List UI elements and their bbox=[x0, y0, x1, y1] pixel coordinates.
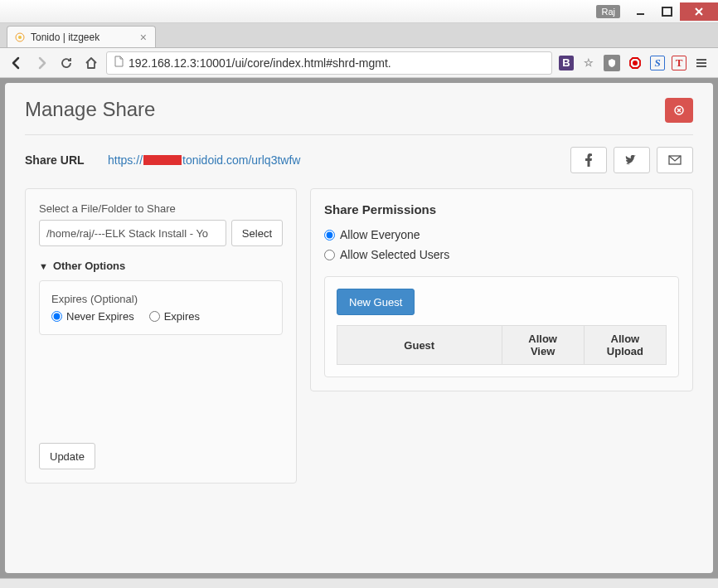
radio-allow-selected-input[interactable] bbox=[324, 250, 335, 260]
tab-bar: Tonido | itzgeek × bbox=[0, 23, 718, 48]
url-text: 192.168.12.3:10001/ui/core/index.html#sh… bbox=[129, 56, 391, 70]
tab-close-icon[interactable]: × bbox=[138, 31, 148, 44]
radio-allow-selected[interactable]: Allow Selected Users bbox=[324, 248, 679, 261]
radio-never-expires-input[interactable] bbox=[51, 311, 62, 322]
new-guest-button[interactable]: New Guest bbox=[337, 289, 415, 315]
th-allow-upload: AllowUpload bbox=[584, 326, 666, 365]
radio-allow-everyone[interactable]: Allow Everyone bbox=[324, 228, 679, 241]
tab-title: Tonido | itzgeek bbox=[31, 32, 138, 43]
file-select-label: Select a File/Folder to Share bbox=[39, 202, 283, 215]
file-path-input[interactable] bbox=[39, 220, 226, 246]
facebook-icon bbox=[585, 153, 593, 167]
share-twitter-button[interactable] bbox=[614, 147, 650, 173]
share-permissions-panel: Share Permissions Allow Everyone Allow S… bbox=[310, 188, 693, 391]
nav-reload-button[interactable] bbox=[56, 53, 76, 73]
window-close-button[interactable] bbox=[680, 2, 718, 21]
update-button[interactable]: Update bbox=[39, 443, 95, 469]
page-title: Manage Share bbox=[25, 98, 155, 121]
close-dialog-button[interactable] bbox=[665, 98, 693, 123]
page-content: Manage Share Share URL https://tonidoid.… bbox=[5, 83, 713, 573]
browser-menu-button[interactable] bbox=[691, 53, 711, 73]
ext-shield-icon[interactable] bbox=[604, 55, 620, 71]
window-minimize-button[interactable] bbox=[627, 2, 653, 21]
share-facebook-button[interactable] bbox=[570, 147, 607, 173]
taskbar bbox=[0, 578, 718, 588]
chevron-down-icon: ▼ bbox=[39, 261, 48, 271]
address-bar: 192.168.12.3:10001/ui/core/index.html#sh… bbox=[0, 48, 718, 78]
bookmark-star-icon[interactable]: ☆ bbox=[580, 55, 597, 71]
redacted-segment bbox=[143, 155, 182, 165]
svg-point-2 bbox=[633, 61, 638, 66]
radio-never-expires[interactable]: Never Expires bbox=[51, 310, 134, 323]
twitter-icon bbox=[625, 155, 638, 165]
nav-home-button[interactable] bbox=[81, 53, 101, 73]
th-allow-view: AllowView bbox=[502, 326, 584, 365]
guest-table: Guest AllowView AllowUpload bbox=[337, 325, 667, 365]
guest-panel: New Guest Guest AllowView AllowUpload bbox=[324, 276, 679, 377]
browser-tab[interactable]: Tonido | itzgeek × bbox=[7, 26, 156, 47]
window-titlebar: Raj bbox=[0, 0, 718, 23]
email-icon bbox=[668, 155, 682, 165]
other-options-toggle[interactable]: ▼ Other Options bbox=[39, 260, 283, 272]
radio-expires-input[interactable] bbox=[149, 311, 160, 322]
user-badge: Raj bbox=[596, 5, 620, 18]
close-icon bbox=[674, 105, 684, 115]
tab-favicon-icon bbox=[14, 32, 26, 43]
share-url-link[interactable]: https://tonidoid.com/urlq3twfw bbox=[108, 153, 300, 167]
nav-back-button[interactable] bbox=[7, 53, 27, 73]
permissions-title: Share Permissions bbox=[324, 202, 679, 216]
file-select-panel: Select a File/Folder to Share Select ▼ O… bbox=[25, 188, 297, 484]
radio-expires[interactable]: Expires bbox=[149, 310, 200, 323]
ext-s-icon[interactable]: S bbox=[650, 56, 665, 70]
th-guest: Guest bbox=[337, 326, 502, 365]
select-file-button[interactable]: Select bbox=[231, 220, 283, 246]
url-input[interactable]: 192.168.12.3:10001/ui/core/index.html#sh… bbox=[106, 51, 552, 75]
expires-options-box: Expires (Optional) Never Expires Expires bbox=[39, 280, 283, 335]
expires-label: Expires (Optional) bbox=[51, 293, 270, 305]
window-maximize-button[interactable] bbox=[653, 2, 680, 21]
ext-t-icon[interactable]: T bbox=[672, 56, 686, 70]
page-viewport: Manage Share Share URL https://tonidoid.… bbox=[0, 78, 718, 578]
svg-point-1 bbox=[18, 36, 22, 39]
share-url-label: Share URL bbox=[25, 153, 91, 167]
page-icon bbox=[114, 56, 124, 70]
radio-allow-everyone-input[interactable] bbox=[324, 230, 335, 241]
share-email-button[interactable] bbox=[657, 147, 693, 173]
nav-forward-button[interactable] bbox=[32, 53, 51, 73]
ext-bootstrap-icon[interactable]: B bbox=[559, 56, 574, 70]
ext-adblock-icon[interactable] bbox=[627, 55, 643, 71]
